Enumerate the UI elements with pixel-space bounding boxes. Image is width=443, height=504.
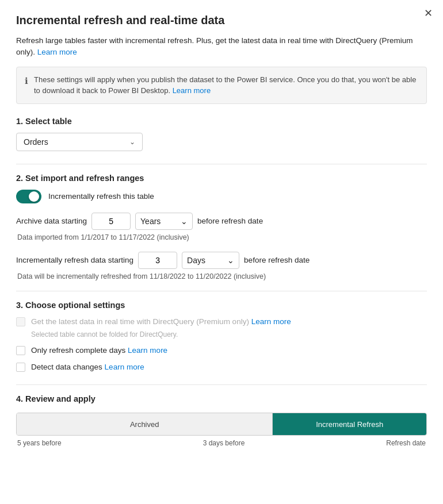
directquery-row: Get the latest data in real time with Di… <box>16 317 427 328</box>
info-icon: ℹ <box>25 75 28 97</box>
toggle-row: Incrementally refresh this table <box>16 190 427 203</box>
info-box: ℹ These settings will apply when you pub… <box>16 67 427 104</box>
directquery-checkbox[interactable] <box>16 317 25 326</box>
divider-1 <box>16 164 427 164</box>
dialog-title: Incremental refresh and real-time data <box>16 14 427 27</box>
archive-value-input[interactable] <box>91 213 131 230</box>
info-box-text: These settings will apply when you publi… <box>34 75 416 95</box>
complete-days-label: Only refresh complete days <box>31 346 125 355</box>
select-table-section: 1. Select table Orders ⌄ <box>16 117 427 151</box>
optional-settings-section: 3. Choose optional settings Get the late… <box>16 301 427 374</box>
section4-title: 4. Review and apply <box>16 394 427 403</box>
bar-label-left: 5 years before <box>17 439 62 447</box>
bar-label-right: Refresh date <box>386 439 426 447</box>
bar-label-middle: 3 days before <box>203 439 245 447</box>
table-dropdown[interactable]: Orders ⌄ <box>16 133 143 151</box>
close-button[interactable]: ✕ <box>424 8 433 18</box>
table-dropdown-value: Orders <box>24 137 48 147</box>
divider-2 <box>16 291 427 291</box>
archive-range-row: Archive data starting Years ⌄ before ref… <box>16 213 427 230</box>
refresh-prefix: Incrementally refresh data starting <box>16 256 133 264</box>
refresh-unit-chevron: ⌄ <box>227 256 234 265</box>
bar-incremental: Incremental Refresh <box>273 413 426 435</box>
import-refresh-section: 2. Set import and refresh ranges Increme… <box>16 174 427 280</box>
divider-3 <box>16 384 427 385</box>
timeline-bar-container: Archived Incremental Refresh 5 years bef… <box>16 413 427 447</box>
archive-unit-label: Years <box>140 217 161 226</box>
section2-title: 2. Set import and refresh ranges <box>16 174 427 183</box>
directquery-label: Get the latest data in real time with Di… <box>31 317 249 326</box>
detect-changes-checkbox[interactable] <box>16 363 25 372</box>
bar-archived: Archived <box>17 413 273 435</box>
refresh-unit-select[interactable]: Days ⌄ <box>182 252 239 269</box>
detect-changes-row: Detect data changes Learn more <box>16 362 427 373</box>
section1-title: 1. Select table <box>16 117 427 126</box>
detect-changes-learn-more-link[interactable]: Learn more <box>105 363 144 371</box>
complete-days-checkbox[interactable] <box>16 346 25 355</box>
bar-labels: 5 years before 3 days before Refresh dat… <box>16 439 427 447</box>
refresh-info-text: Data will be incrementally refreshed fro… <box>17 272 427 280</box>
intro-text: Refresh large tables faster with increme… <box>16 35 427 59</box>
dialog-container: ✕ Incremental refresh and real-time data… <box>0 0 443 504</box>
refresh-value-input[interactable] <box>138 252 177 269</box>
complete-days-learn-more-link[interactable]: Learn more <box>128 346 167 355</box>
directquery-learn-more-link[interactable]: Learn more <box>251 317 291 326</box>
toggle-label: Incrementally refresh this table <box>48 192 154 201</box>
archive-info-text: Data imported from 1/1/2017 to 11/17/202… <box>17 233 427 241</box>
refresh-range-row: Incrementally refresh data starting Days… <box>16 252 427 269</box>
detect-changes-label: Detect data changes <box>31 363 102 371</box>
section3-title: 3. Choose optional settings <box>16 301 427 310</box>
toggle-thumb <box>29 191 39 202</box>
refresh-suffix: before refresh date <box>244 256 310 264</box>
refresh-unit-label: Days <box>187 256 205 265</box>
intro-learn-more-link[interactable]: Learn more <box>37 48 77 56</box>
archive-suffix: before refresh date <box>197 217 263 225</box>
archive-unit-chevron: ⌄ <box>181 217 188 226</box>
table-dropdown-chevron: ⌄ <box>129 138 135 146</box>
complete-days-row: Only refresh complete days Learn more <box>16 345 427 356</box>
archive-unit-select[interactable]: Years ⌄ <box>135 213 193 230</box>
archive-prefix: Archive data starting <box>16 217 87 225</box>
info-box-learn-more-link[interactable]: Learn more <box>173 86 211 95</box>
bar-track: Archived Incremental Refresh <box>16 413 427 436</box>
incremental-refresh-toggle[interactable] <box>16 190 41 203</box>
review-section: 4. Review and apply Archived Incremental… <box>16 394 427 447</box>
directquery-disabled-note: Selected table cannot be folded for Dire… <box>31 330 427 338</box>
